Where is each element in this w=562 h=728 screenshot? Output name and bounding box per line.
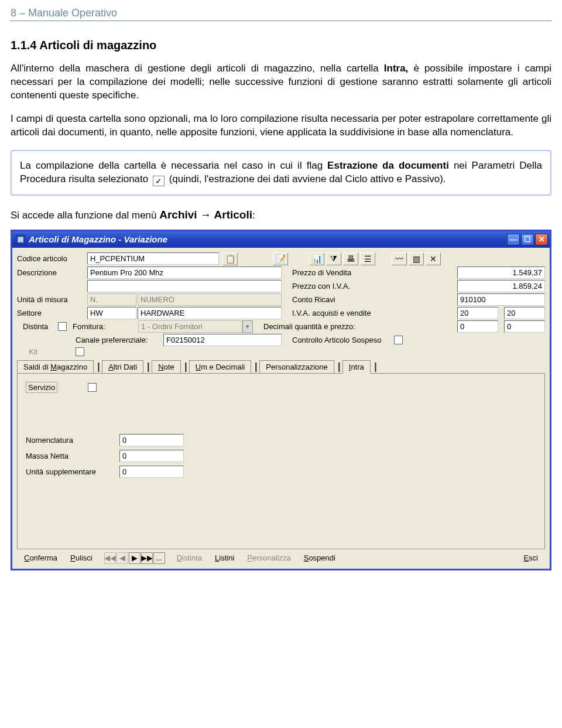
massa-input[interactable] (119, 450, 184, 462)
label-controllo: Controllo Articolo Sospeso (292, 336, 381, 344)
nomenclatura-input[interactable] (119, 434, 184, 446)
section-title: Articoli di magazzino (39, 39, 156, 52)
prezzo-iva-input[interactable] (457, 280, 545, 292)
access-a: Si accede alla funzione dal menù (11, 210, 159, 221)
kit-checkbox[interactable] (76, 347, 84, 356)
unita-supp-input[interactable] (119, 466, 184, 478)
iva-acq-input[interactable] (457, 307, 498, 319)
tab-separator (338, 363, 340, 372)
canale-input[interactable] (163, 334, 282, 346)
label-nomenclatura: Nomenclatura (26, 436, 119, 445)
conferma-button[interactable]: Conferma (20, 552, 61, 563)
properties-icon[interactable]: ☰ (360, 252, 375, 265)
arrow-icon: → (197, 209, 214, 221)
section-number: 1.1.4 (11, 39, 36, 52)
prezzo-vendita-input[interactable] (457, 266, 545, 279)
tab-separator (255, 363, 257, 372)
copy-icon[interactable]: 📋 (222, 252, 238, 265)
label-conto-ricavi: Conto Ricavi (292, 295, 386, 304)
tab-saldi[interactable]: Saldi di Magazzino (17, 360, 94, 373)
nav-next-icon[interactable]: ▶ (129, 552, 140, 564)
label-codice: Codice articolo (17, 254, 87, 263)
tab-panel-intra: Servizio Nomenclatura Massa Netta Unità … (17, 374, 545, 549)
label-decimali: Decimali quantità e prezzo: (263, 322, 375, 331)
tab-um[interactable]: Um e Decimali (189, 360, 252, 373)
nav-prev-icon[interactable]: ◀ (116, 552, 128, 564)
tab-strip: Saldi di Magazzino Altri Dati Note Um e … (17, 360, 545, 374)
note-icon[interactable]: 📝 (273, 252, 288, 265)
app-icon (16, 235, 25, 244)
titlebar: Articoli di Magazzino - Variazione — ☐ ✕ (12, 231, 550, 248)
settore-code-input[interactable] (87, 307, 136, 319)
print-icon[interactable]: 🖶 (343, 252, 358, 265)
label-unita-supp: Unità supplementare (26, 467, 119, 476)
tab-intra[interactable]: Intra (342, 360, 371, 374)
nav-last-icon[interactable]: ▶▶ (141, 552, 153, 564)
para1-bold: Intra, (384, 63, 409, 74)
dialog-window: Articoli di Magazzino - Variazione — ☐ ✕… (11, 230, 551, 570)
cross-icon[interactable]: ✕ (426, 252, 441, 265)
barcode-icon[interactable]: ▥ (409, 252, 424, 265)
funnel-icon[interactable]: ⧩ (326, 252, 341, 265)
bottom-bar: Conferma Pulisci ◀◀ ◀ ▶ ▶▶ ... Distinta … (17, 549, 545, 566)
nav-first-icon[interactable]: ◀◀ (104, 552, 116, 564)
descrizione-input[interactable] (87, 266, 282, 279)
label-settore: Settore (17, 309, 87, 317)
tab-separator (184, 363, 187, 372)
tab-pers[interactable]: Personalizzazione (259, 360, 334, 373)
chevron-down-icon[interactable]: ▾ (242, 320, 253, 333)
distinta-button[interactable]: Distinta (173, 552, 205, 563)
label-unita: Unità di misura (17, 295, 87, 304)
tab-separator (97, 363, 100, 372)
label-canale: Canale preferenziale: (76, 336, 163, 344)
distinta-checkbox[interactable] (58, 322, 67, 331)
access-menu2: Articoli (214, 209, 252, 221)
access-colon: : (252, 210, 255, 221)
um-desc-input (138, 293, 282, 306)
label-fornitura: Fornitura: (73, 322, 114, 331)
label-prezzo-vendita: Prezzo di Vendita (292, 268, 386, 277)
servizio-checkbox[interactable] (88, 383, 97, 392)
minimize-button[interactable]: — (507, 234, 520, 245)
callout-bold: Estrazione da documenti (327, 160, 449, 171)
settore-desc-input[interactable] (138, 307, 282, 319)
listini-button[interactable]: Listini (211, 552, 238, 563)
paragraph-1: All'interno della maschera di gestione d… (11, 62, 551, 102)
section-heading: 1.1.4 Articoli di magazzino (11, 39, 551, 52)
iva-ven-input[interactable] (504, 307, 545, 319)
close-button[interactable]: ✕ (535, 234, 548, 245)
tab-note[interactable]: Note (152, 360, 180, 373)
nav-more-button[interactable]: ... (153, 552, 165, 564)
access-menu1: Archivi (159, 209, 197, 221)
descrizione2-input[interactable] (87, 280, 282, 292)
conto-ricavi-input[interactable] (457, 293, 545, 306)
controllo-checkbox[interactable] (394, 336, 403, 344)
callout-box: La compilazione della cartella è necessa… (11, 150, 551, 196)
chart-icon[interactable]: 📊 (309, 252, 324, 265)
label-distinta: Distinta (17, 322, 58, 331)
dec-p-input[interactable] (504, 320, 545, 333)
paragraph-2: I campi di questa cartella sono opzional… (11, 112, 551, 139)
esci-button[interactable]: Esci (520, 552, 542, 563)
label-prezzo-iva: Prezzo con I.V.A. (292, 282, 386, 290)
nav-buttons: ◀◀ ◀ ▶ ▶▶ ... (104, 552, 165, 564)
wave-icon[interactable]: 〰 (392, 252, 407, 265)
fornitura-select[interactable] (138, 320, 242, 333)
dec-q-input[interactable] (457, 320, 498, 333)
tab-separator (374, 363, 376, 372)
label-massa: Massa Netta (26, 452, 119, 460)
um-code-input (87, 293, 136, 306)
sospendi-button[interactable]: Sospendi (300, 552, 339, 563)
pulisci-button[interactable]: Pulisci (67, 552, 96, 563)
label-iva: I.V.A. acquisti e vendite (292, 309, 386, 317)
access-line: Si accede alla funzione dal menù Archivi… (11, 209, 551, 221)
label-descrizione: Descrizione (17, 268, 87, 277)
callout-c: (quindi, l'estrazione dei dati avviene d… (166, 173, 446, 184)
codice-input[interactable] (87, 252, 219, 265)
tab-separator (147, 363, 149, 372)
tab-altri[interactable]: Altri Dati (102, 360, 143, 373)
label-kit: Kit (17, 347, 76, 356)
label-servizio: Servizio (26, 382, 57, 393)
personalizza-button[interactable]: Personalizza (244, 552, 294, 563)
maximize-button[interactable]: ☐ (521, 234, 534, 245)
